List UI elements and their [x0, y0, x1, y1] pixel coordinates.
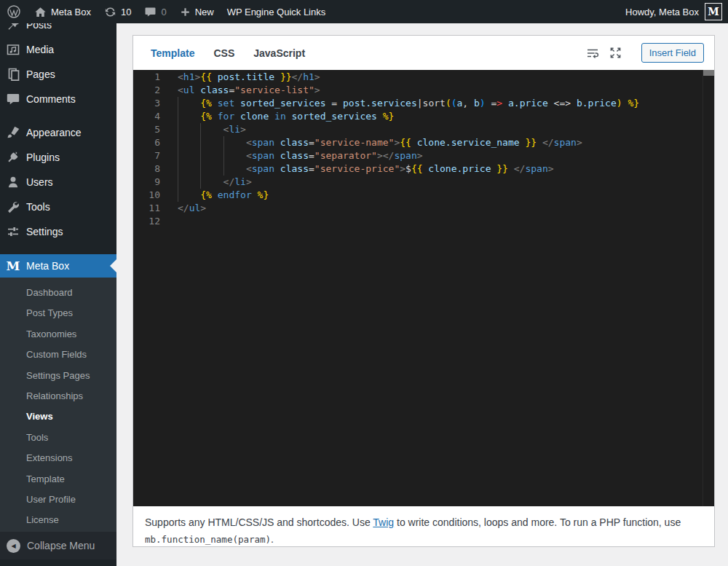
home-icon — [34, 6, 47, 18]
submenu-item-license[interactable]: License — [0, 510, 116, 530]
code-line[interactable]: 2<ul class="service-list"> — [133, 84, 714, 97]
comments-menu[interactable]: 0 — [138, 0, 173, 23]
tab-css[interactable]: CSS — [213, 47, 234, 59]
sidebar-item-pages[interactable]: Pages — [0, 62, 116, 87]
collapse-menu-label: Collapse Menu — [27, 540, 95, 551]
code-line[interactable]: 9 </li> — [133, 176, 714, 189]
indent-guide — [178, 162, 200, 176]
fullscreen-icon[interactable] — [609, 46, 622, 60]
admin-menu: PostsMediaPagesCommentsAppearancePlugins… — [0, 23, 116, 278]
twig-link[interactable]: Twig — [373, 516, 394, 528]
indent-guide — [223, 149, 246, 162]
code-line[interactable]: 12 — [133, 215, 714, 228]
submenu-item-relationships[interactable]: Relationships — [0, 386, 116, 406]
new-menu[interactable]: New — [173, 0, 221, 23]
line-number: 11 — [133, 202, 178, 215]
code-line-content: {% endfor %} — [178, 189, 269, 202]
update-count: 10 — [121, 7, 131, 17]
sidebar-item-settings[interactable]: Settings — [0, 219, 116, 244]
code-line[interactable]: 8 <span class="service-price">${{ clone.… — [133, 162, 714, 176]
media-icon — [0, 42, 26, 57]
collapse-arrow-icon: ◀ — [7, 539, 20, 553]
sidebar-item-label: Tools — [26, 201, 50, 213]
sidebar-item-label: Posts — [26, 23, 52, 31]
code-editor[interactable]: 1<h1>{{ post.title }}</h1>2<ul class="se… — [133, 70, 714, 506]
tab-javascript[interactable]: JavaScript — [253, 47, 305, 59]
line-number: 3 — [133, 97, 178, 110]
indent-guide — [178, 189, 200, 202]
sidebar-item-plugins[interactable]: Plugins — [0, 145, 116, 170]
submenu-item-settings-pages[interactable]: Settings Pages — [0, 366, 116, 386]
pushpin-icon — [0, 23, 26, 32]
sidebar-item-posts[interactable]: Posts — [0, 23, 116, 37]
code-line[interactable]: 5 <li> — [133, 123, 714, 136]
submenu-item-tools[interactable]: Tools — [0, 428, 116, 448]
submenu-item-dashboard[interactable]: Dashboard — [0, 283, 116, 303]
code-line[interactable]: 11</ul> — [133, 202, 714, 215]
new-label: New — [195, 7, 214, 17]
indent-guide — [178, 97, 200, 110]
line-number: 2 — [133, 84, 178, 97]
submenu-item-user-profile[interactable]: User Profile — [0, 490, 116, 510]
editor-scrollbar-thumb[interactable] — [703, 70, 714, 76]
comment-bubble-icon — [0, 92, 26, 106]
indent-guide — [178, 136, 200, 149]
line-number: 12 — [133, 215, 178, 228]
tab-template[interactable]: Template — [151, 47, 194, 59]
code-line[interactable]: 3 {% set sorted_services = post.services… — [133, 97, 714, 110]
plug-icon — [0, 150, 26, 165]
code-line-content: <span class="service-name">{{ clone.serv… — [178, 136, 582, 149]
update-icon — [104, 6, 116, 18]
site-name-menu[interactable]: Meta Box — [28, 0, 98, 23]
code-line-content: {% for clone in sorted_services %} — [178, 110, 394, 123]
code-line[interactable]: 7 <span class="separator"></span> — [133, 149, 714, 162]
sliders-icon — [0, 224, 26, 239]
sidebar-item-label: Meta Box — [26, 260, 69, 272]
submenu-item-taxonomies[interactable]: Taxonomies — [0, 324, 116, 345]
comment-count: 0 — [161, 7, 166, 17]
sidebar-item-label: Settings — [26, 226, 63, 237]
line-number: 6 — [133, 136, 178, 149]
wp-engine-quick-links-menu[interactable]: WP Engine Quick Links — [221, 0, 333, 23]
submenu-item-post-types[interactable]: Post Types — [0, 303, 116, 323]
line-number: 7 — [133, 149, 178, 162]
indent-guide — [200, 176, 223, 189]
sidebar-item-label: Plugins — [26, 152, 60, 163]
submenu-item-custom-fields[interactable]: Custom Fields — [0, 345, 116, 365]
code-line[interactable]: 4 {% for clone in sorted_services %} — [133, 110, 714, 123]
code-line-content: {% set sorted_services = post.services|s… — [178, 97, 639, 110]
sidebar-item-media[interactable]: Media — [0, 37, 116, 62]
sidebar-item-meta-box[interactable]: MMeta Box — [0, 254, 116, 278]
pages-icon — [0, 67, 26, 82]
code-line-content: <li> — [178, 123, 246, 136]
submenu-item-template[interactable]: Template — [0, 469, 116, 490]
updates-menu[interactable]: 10 — [98, 0, 138, 23]
comment-bubble-icon — [144, 6, 157, 18]
code-line[interactable]: 6 <span class="service-name">{{ clone.se… — [133, 136, 714, 149]
line-number: 10 — [133, 189, 178, 202]
howdy-label[interactable]: Howdy, Meta Box — [625, 7, 699, 17]
indent-guide — [178, 176, 200, 189]
submenu-item-extensions[interactable]: Extensions — [0, 448, 116, 468]
code-line[interactable]: 10 {% endfor %} — [133, 189, 714, 202]
sidebar-item-tools[interactable]: Tools — [0, 194, 116, 219]
insert-field-button[interactable]: Insert Field — [641, 43, 704, 63]
sidebar-item-comments[interactable]: Comments — [0, 87, 116, 111]
submenu-item-views[interactable]: Views — [0, 406, 116, 427]
code-line-content: <span class="separator"></span> — [178, 149, 423, 162]
collapse-menu-button[interactable]: ◀ Collapse Menu — [0, 532, 116, 559]
wordpress-logo-icon[interactable] — [0, 0, 28, 23]
word-wrap-icon[interactable] — [585, 46, 600, 60]
brush-icon — [0, 125, 26, 140]
editor-tabs: TemplateCSSJavaScript — [151, 47, 305, 59]
code-line-content: <span class="service-price">${{ clone.pr… — [178, 162, 554, 176]
admin-bar: Meta Box 10 0 New WP Engine Quick Links … — [0, 0, 728, 23]
line-number: 8 — [133, 162, 178, 176]
indent-guide — [223, 162, 246, 176]
code-line[interactable]: 1<h1>{{ post.title }}</h1> — [133, 71, 714, 84]
sidebar-item-users[interactable]: Users — [0, 170, 116, 194]
editor-header: TemplateCSSJavaScript Insert Field — [133, 36, 714, 70]
avatar[interactable]: M — [705, 3, 722, 20]
sidebar-item-appearance[interactable]: Appearance — [0, 120, 116, 145]
sidebar-item-label: Users — [26, 176, 53, 188]
